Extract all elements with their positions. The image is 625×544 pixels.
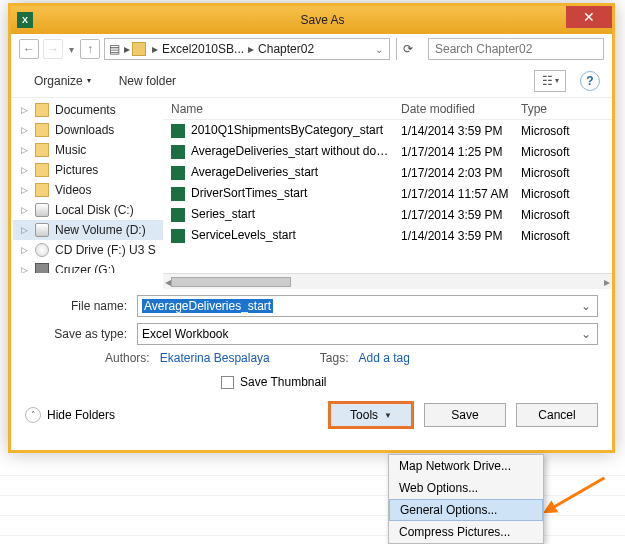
tree-item[interactable]: ▷CD Drive (F:) U3 S (13, 240, 163, 260)
close-button[interactable]: ✕ (566, 6, 612, 28)
form-area: File name: AverageDeliveries_start ⌄ Sav… (11, 289, 612, 393)
tree-item[interactable]: ▷Music (13, 140, 163, 160)
chevron-right-icon[interactable]: ▷ (21, 265, 28, 273)
breadcrumb-seg[interactable]: Chapter02 (256, 42, 316, 56)
titlebar: X Save As ✕ (11, 6, 612, 34)
breadcrumb-seg[interactable]: Excel2010SB... (160, 42, 246, 56)
tools-menu: Map Network Drive...Web Options...Genera… (388, 454, 544, 544)
tree-item-label: Cruzer (G:) (55, 263, 115, 273)
menu-item[interactable]: General Options... (389, 499, 543, 521)
dialog-title: Save As (33, 13, 612, 27)
disk-icon (35, 203, 49, 217)
folder-icon (35, 103, 49, 117)
file-list: Name Date modified Type 2010Q1ShipmentsB… (163, 98, 612, 273)
chevron-right-icon[interactable]: ▷ (21, 145, 28, 155)
chevron-right-icon[interactable]: ▸ (150, 42, 160, 56)
save-button[interactable]: Save (424, 403, 506, 427)
tree-item-label: Pictures (55, 163, 98, 177)
chevron-right-icon[interactable]: ▷ (21, 185, 28, 195)
file-row[interactable]: AverageDeliveries_start without doc prop… (163, 141, 612, 162)
menu-item[interactable]: Web Options... (389, 477, 543, 499)
tree-item[interactable]: ▷Cruzer (G:) (13, 260, 163, 273)
organize-button[interactable]: Organize▾ (23, 69, 102, 93)
col-date[interactable]: Date modified (393, 102, 513, 116)
new-folder-button[interactable]: New folder (108, 69, 187, 93)
tree-item-label: CD Drive (F:) U3 S (55, 243, 156, 257)
file-name-field[interactable]: AverageDeliveries_start ⌄ (137, 295, 598, 317)
cancel-button[interactable]: Cancel (516, 403, 598, 427)
tree-item[interactable]: ▷Pictures (13, 160, 163, 180)
save-type-label: Save as type: (51, 327, 137, 341)
excel-file-icon (171, 145, 185, 159)
save-thumbnail-checkbox[interactable] (221, 376, 234, 389)
excel-file-icon (171, 208, 185, 222)
column-headers[interactable]: Name Date modified Type (163, 98, 612, 120)
horizontal-scrollbar[interactable]: ◂▸ (163, 273, 612, 289)
tree-item[interactable]: ▷Videos (13, 180, 163, 200)
cd-icon (35, 243, 49, 257)
tree-item[interactable]: ▷Local Disk (C:) (13, 200, 163, 220)
excel-file-icon (171, 124, 185, 138)
file-row[interactable]: AverageDeliveries_start1/17/2014 2:03 PM… (163, 162, 612, 183)
history-drop[interactable]: ▾ (67, 44, 76, 55)
chevron-right-icon[interactable]: ▸ (246, 42, 256, 56)
tags-value[interactable]: Add a tag (358, 351, 409, 365)
menu-item[interactable]: Map Network Drive... (389, 455, 543, 477)
col-type[interactable]: Type (513, 102, 612, 116)
tools-button[interactable]: Tools▼ (328, 401, 414, 429)
excel-file-icon (171, 229, 185, 243)
save-as-dialog: X Save As ✕ ← → ▾ ↑ ▤ ▸ ▸ Excel2010SB...… (8, 3, 615, 453)
help-button[interactable]: ? (580, 71, 600, 91)
chevron-down-icon[interactable]: ⌄ (579, 299, 593, 313)
folder-icon (35, 163, 49, 177)
breadcrumb[interactable]: ▤ ▸ ▸ Excel2010SB... ▸ Chapter02 ⌄ (104, 38, 390, 60)
tree-item-label: Music (55, 143, 86, 157)
chevron-down-icon[interactable]: ⌄ (579, 327, 593, 341)
tree-item[interactable]: ▷New Volume (D:) (13, 220, 163, 240)
hide-folders-button[interactable]: ˄ Hide Folders (25, 407, 115, 423)
folder-icon (132, 42, 146, 56)
usb-icon (35, 263, 49, 273)
address-bar: ← → ▾ ↑ ▤ ▸ ▸ Excel2010SB... ▸ Chapter02… (11, 34, 612, 64)
file-row[interactable]: Series_start1/17/2014 3:59 PMMicrosoft (163, 204, 612, 225)
chevron-right-icon[interactable]: ▷ (21, 125, 28, 135)
tree-item-label: Videos (55, 183, 91, 197)
excel-icon: X (17, 12, 33, 28)
save-type-field[interactable]: Excel Workbook ⌄ (137, 323, 598, 345)
back-button[interactable]: ← (19, 39, 39, 59)
file-name-label: File name: (51, 299, 137, 313)
file-row[interactable]: DriverSortTimes_start1/17/2014 11:57 AMM… (163, 183, 612, 204)
authors-value[interactable]: Ekaterina Bespalaya (160, 351, 270, 365)
save-thumbnail-label[interactable]: Save Thumbnail (240, 375, 327, 389)
view-options-button[interactable]: ☷▾ (534, 70, 566, 92)
authors-label: Authors: (105, 351, 150, 365)
disk-icon (35, 223, 49, 237)
chevron-right-icon[interactable]: ▷ (21, 245, 28, 255)
tree-item-label: Local Disk (C:) (55, 203, 134, 217)
tree-item-label: Documents (55, 103, 116, 117)
nav-tree: ▷Documents▷Downloads▷Music▷Pictures▷Vide… (11, 98, 163, 273)
path-drop[interactable]: ⌄ (373, 44, 385, 55)
file-row[interactable]: 2010Q1ShipmentsByCategory_start1/14/2014… (163, 120, 612, 141)
excel-file-icon (171, 187, 185, 201)
folder-icon (35, 123, 49, 137)
excel-file-icon (171, 166, 185, 180)
refresh-button[interactable]: ⟳ (396, 38, 418, 60)
folder-icon (35, 143, 49, 157)
tree-item[interactable]: ▷Downloads (13, 120, 163, 140)
chevron-right-icon[interactable]: ▸ (122, 42, 132, 56)
search-input[interactable] (428, 38, 604, 60)
col-name[interactable]: Name (163, 102, 393, 116)
tree-item[interactable]: ▷Documents (13, 100, 163, 120)
folder-icon (35, 183, 49, 197)
chevron-right-icon[interactable]: ▷ (21, 165, 28, 175)
tree-item-label: New Volume (D:) (55, 223, 146, 237)
file-row[interactable]: ServiceLevels_start1/14/2014 3:59 PMMicr… (163, 225, 612, 246)
forward-button[interactable]: → (43, 39, 63, 59)
footer: ˄ Hide Folders Tools▼ Save Cancel (11, 393, 612, 435)
chevron-right-icon[interactable]: ▷ (21, 225, 28, 235)
chevron-right-icon[interactable]: ▷ (21, 205, 28, 215)
up-button[interactable]: ↑ (80, 39, 100, 59)
chevron-right-icon[interactable]: ▷ (21, 105, 28, 115)
menu-item[interactable]: Compress Pictures... (389, 521, 543, 543)
